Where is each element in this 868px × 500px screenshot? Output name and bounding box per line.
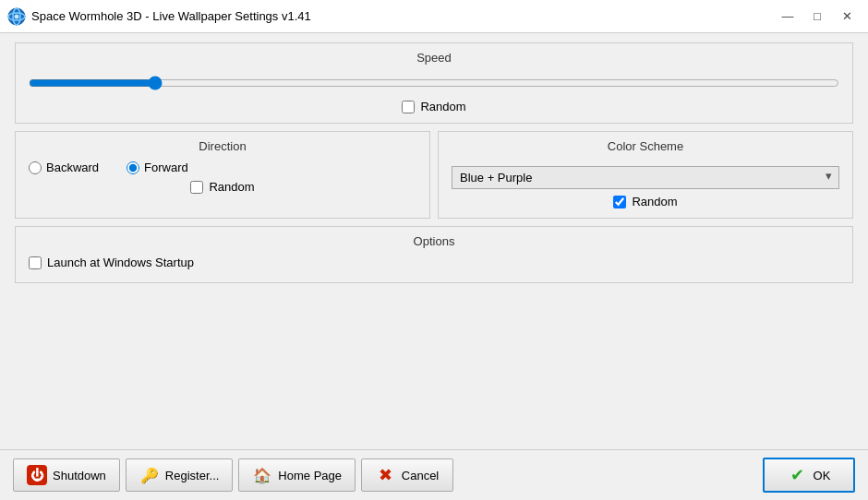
- direction-backward-item[interactable]: Backward: [29, 161, 99, 174]
- title-bar: Space Wormhole 3D - Live Wallpaper Setti…: [0, 0, 868, 33]
- options-title: Options: [29, 234, 839, 248]
- app-icon: [7, 7, 26, 26]
- cancel-button[interactable]: ✖ Cancel: [361, 458, 453, 492]
- ok-label: OK: [814, 469, 831, 482]
- direction-backward-label: Backward: [46, 161, 99, 174]
- ok-icon: ✔: [788, 465, 808, 485]
- close-button[interactable]: ✕: [833, 6, 861, 27]
- direction-radio-row: Backward Forward: [29, 161, 416, 174]
- startup-label: Launch at Windows Startup: [47, 256, 194, 269]
- speed-title: Speed: [29, 51, 839, 65]
- shutdown-label: Shutdown: [53, 469, 106, 482]
- color-scheme-dropdown[interactable]: Blue + Purple Red + Orange Green + Cyan …: [452, 166, 839, 189]
- direction-forward-radio[interactable]: [127, 161, 139, 174]
- homepage-button[interactable]: 🏠 Home Page: [238, 458, 356, 492]
- home-icon: 🏠: [252, 465, 272, 485]
- color-random-label: Random: [632, 195, 677, 208]
- speed-random-row: Random: [29, 100, 839, 113]
- options-section: Options Launch at Windows Startup: [15, 226, 853, 283]
- speed-slider[interactable]: [29, 76, 839, 90]
- direction-random-label: Random: [209, 180, 254, 194]
- ok-button[interactable]: ✔ OK: [763, 458, 855, 493]
- speed-random-checkbox[interactable]: [402, 101, 415, 113]
- direction-forward-label: Forward: [144, 161, 188, 174]
- startup-checkbox[interactable]: [29, 256, 42, 269]
- middle-row: Direction Backward Forward Random Color …: [15, 131, 853, 219]
- direction-backward-radio[interactable]: [29, 161, 42, 174]
- main-content: Speed Random Direction Backward Forward: [0, 33, 868, 449]
- key-icon: 🔑: [139, 465, 160, 485]
- speed-slider-container: [29, 72, 839, 94]
- minimize-button[interactable]: —: [774, 6, 802, 27]
- direction-random-row: Random: [29, 180, 416, 194]
- direction-section: Direction Backward Forward Random: [15, 131, 430, 219]
- register-button[interactable]: 🔑 Register...: [126, 458, 234, 492]
- direction-forward-item[interactable]: Forward: [127, 161, 188, 174]
- cancel-icon: ✖: [376, 465, 396, 485]
- shutdown-button[interactable]: ⏻ Shutdown: [13, 458, 120, 492]
- color-random-row: Random: [452, 195, 839, 208]
- window-controls: — □ ✕: [774, 6, 861, 27]
- cancel-label: Cancel: [402, 469, 439, 482]
- shutdown-icon: ⏻: [27, 465, 47, 485]
- color-scheme-dropdown-wrapper: Blue + Purple Red + Orange Green + Cyan …: [452, 161, 839, 189]
- maximize-button[interactable]: □: [803, 6, 831, 27]
- direction-title: Direction: [29, 139, 416, 153]
- direction-random-checkbox[interactable]: [190, 181, 203, 194]
- register-label: Register...: [165, 469, 220, 482]
- svg-point-3: [15, 14, 19, 18]
- bottom-bar: ⏻ Shutdown 🔑 Register... 🏠 Home Page ✖ C…: [0, 449, 868, 500]
- color-random-checkbox[interactable]: [613, 196, 626, 208]
- window-title: Space Wormhole 3D - Live Wallpaper Setti…: [31, 9, 774, 23]
- color-scheme-title: Color Scheme: [452, 139, 839, 153]
- speed-random-label: Random: [420, 100, 465, 113]
- homepage-label: Home Page: [278, 469, 342, 482]
- options-content: Launch at Windows Startup: [29, 256, 839, 269]
- color-scheme-section: Color Scheme Blue + Purple Red + Orange …: [438, 131, 853, 219]
- speed-section: Speed Random: [15, 42, 853, 124]
